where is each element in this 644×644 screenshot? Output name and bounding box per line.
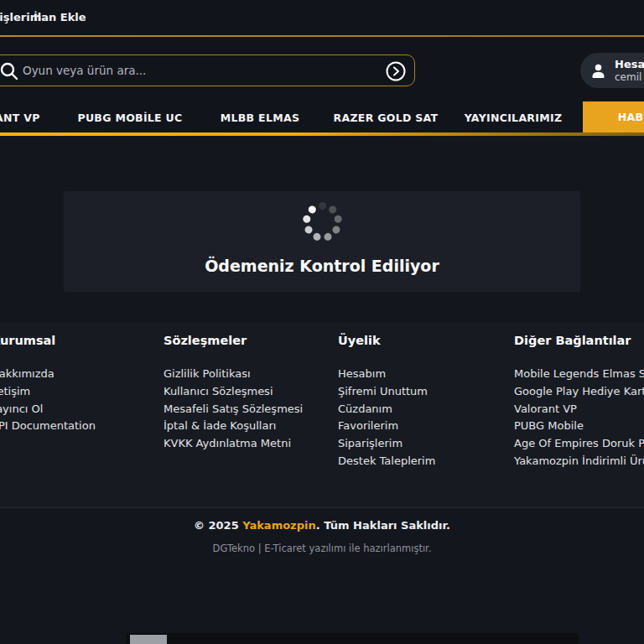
brand-link[interactable]: Yakamozpin [242,519,315,532]
footer-column-title: Üyelik [338,334,518,347]
footer-link[interactable]: Hesabım [338,366,518,383]
search-box[interactable] [0,55,415,86]
footer-link[interactable]: Google Play Hediye Kartı [514,383,644,401]
footer-link[interactable]: Destek Taleplerim [338,453,518,470]
topbar-item-add-listing[interactable]: İlan Ekle [34,11,86,23]
footer-link[interactable]: Kullanıcı Sözleşmesi [164,383,344,401]
bottom-strip-chip [130,635,167,644]
nav-gold-underline [0,132,644,136]
search-icon [0,61,19,81]
loading-spinner-icon [302,201,342,242]
footer: Kurumsal Hakkımızda İletişim Yayıncı Ol … [0,323,644,507]
footer-column-title: Sözleşmeler [164,334,344,347]
footer-link[interactable]: Mesafeli Satış Sözleşmesi [164,401,344,418]
page: Siparişlerim İlan Ekle Hesabım cemil al [0,0,644,644]
footer-column-title: Kurumsal [0,334,171,347]
copyright-suffix: . Tüm Hakları Saklıdır. [316,519,450,532]
nav-item-pubg-mobile-uc[interactable]: PUBG MOBİLE UC [77,112,182,124]
footer-link[interactable]: PUBG Mobile [514,418,644,435]
header: Hesabım cemil al [0,37,644,101]
payment-status-panel: Ödemeniz Kontrol Ediliyor [64,191,580,292]
footer-column-sozlesmeler: Sözleşmeler Gizlilik Politikası Kullanıc… [164,334,344,453]
footer-link[interactable]: Yayıncı Ol [0,401,171,418]
footer-link[interactable]: Gizlilik Politikası [164,366,344,383]
footer-link[interactable]: Mobile Legends Elmas Satın Al [514,366,644,383]
search-submit-icon[interactable] [386,61,406,81]
nav-item-mlbb-elmas[interactable]: MLBB ELMAS [221,112,299,124]
footer-link[interactable]: Şifremi Unuttum [338,383,518,401]
footer-link[interactable]: KVKK Aydınlatma Metni [164,435,344,453]
footer-link[interactable]: Valorant VP [514,401,644,418]
footer-column-diger-baglantilar: Diğer Bağlantılar Mobile Legends Elmas S… [514,334,644,470]
footer-link[interactable]: Hakkımızda [0,366,171,383]
nav-item-yayincilarimiz[interactable]: YAYINCILARIMIZ [465,112,563,124]
footer-link[interactable]: İptal & İade Koşulları [164,418,344,435]
footer-link[interactable]: Siparişlerim [338,435,518,453]
account-text: Hesabım cemil al [615,58,644,83]
copyright-line: © 2025 Yakamozpin. Tüm Hakları Saklıdır. [0,519,644,532]
nav-item-razer-gold[interactable]: RAZER GOLD SAT [334,112,439,124]
footer-column-kurumsal: Kurumsal Hakkımızda İletişim Yayıncı Ol … [0,334,171,435]
footer-link[interactable]: Yakamozpin İndirimli Ürünler [514,453,644,470]
ecommerce-credit-line: DGTekno | E-Ticaret yazılımı ile hazırla… [0,543,644,554]
footer-link[interactable]: Favorilerim [338,418,518,435]
nav-item-valorant-vp[interactable]: VALORANT VP [0,112,40,124]
bottom-strip [126,633,579,644]
footer-bottom: © 2025 Yakamozpin. Tüm Hakları Saklıdır.… [0,507,644,644]
topbar: Siparişlerim İlan Ekle [0,0,644,35]
account-title: Hesabım [615,58,644,71]
account-username: cemil al [615,71,644,83]
nav-item-haberler-active[interactable]: HABERLER [583,101,644,132]
search-input[interactable] [23,55,333,86]
footer-link[interactable]: Cüzdanım [338,401,518,418]
footer-link[interactable]: Age Of Empires Doruk Parası [514,435,644,453]
user-icon [589,62,607,80]
payment-status-title: Ödemeniz Kontrol Ediliyor [64,257,580,275]
copyright-prefix: © 2025 [194,519,242,532]
footer-link[interactable]: İletişim [0,383,171,401]
footer-column-uyelik: Üyelik Hesabım Şifremi Unuttum Cüzdanım … [338,334,518,470]
account-button[interactable]: Hesabım cemil al [580,53,644,88]
main-nav: VALORANT VP PUBG MOBİLE UC MLBB ELMAS RA… [0,101,644,135]
footer-link[interactable]: API Documentation [0,418,171,435]
footer-column-title: Diğer Bağlantılar [514,334,644,347]
